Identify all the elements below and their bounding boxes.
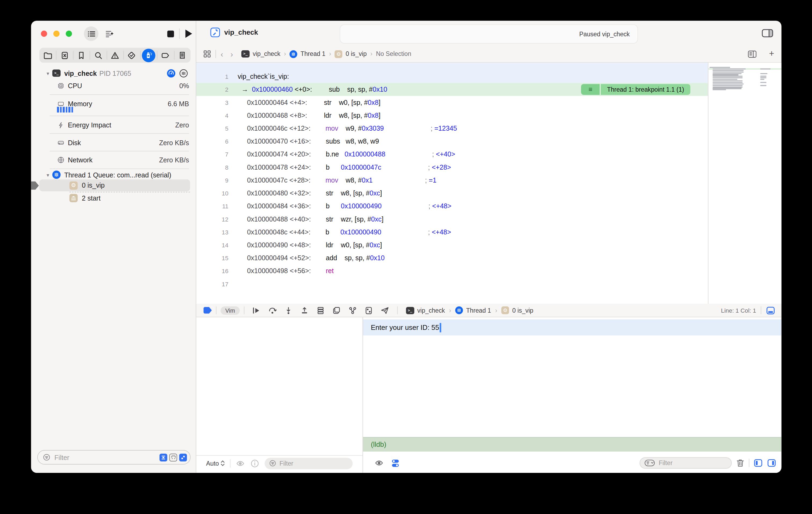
thread-view-mode-icon[interactable] <box>179 69 188 78</box>
tab-vip-check[interactable]: vip_check <box>210 27 258 37</box>
stop-button[interactable] <box>163 26 178 41</box>
variables-footer: Auto Filter <box>196 455 362 471</box>
disk-gauge-row[interactable]: Disk Zero KB/s <box>31 137 196 148</box>
variables-view[interactable]: Auto Filter <box>196 317 363 473</box>
zoom-window-button[interactable] <box>66 31 72 37</box>
code-line[interactable]: 16 0x100000498 <+56>: ret <box>196 265 708 277</box>
code-line[interactable]: 3 0x100000464 <+4>: str w0, [sp, #0x8] <box>196 96 708 109</box>
minimap[interactable] <box>708 63 781 304</box>
view-mode-button[interactable] <box>169 454 177 461</box>
line-number: 16 <box>196 268 229 274</box>
minimap-options-icon[interactable] <box>748 50 757 58</box>
console-input-line[interactable]: Enter your user ID: 55 <box>363 319 781 335</box>
code-line[interactable]: 7 0x100000474 <+20>: b.ne 0x100000488 ; … <box>196 148 708 161</box>
toggle-variables-view-button[interactable] <box>753 458 763 468</box>
console-io-toggles-icon[interactable] <box>392 459 399 467</box>
bookmarks-navigator-tab[interactable] <box>73 48 90 63</box>
toggle-debug-area-button[interactable] <box>766 306 775 315</box>
code-view[interactable]: 1vip_check`is_vip:2 → 0x100000460 <+0>: … <box>196 63 708 304</box>
breadcrumb-frame[interactable]: 0 is_vip <box>346 50 367 57</box>
step-out-button[interactable] <box>300 306 309 315</box>
console-filter-field[interactable]: Filter <box>640 457 732 468</box>
cpu-gauge-row[interactable]: CPU 0% <box>31 80 196 91</box>
stack-frame-row[interactable]: ⚙ 0 is_vip <box>31 179 196 191</box>
code-line[interactable]: 5 0x10000046c <+12>: mov w9, #0x3039 ; =… <box>196 122 708 135</box>
chevron-down-icon[interactable]: ▾ <box>47 70 50 76</box>
close-window-button[interactable] <box>41 31 47 37</box>
step-into-button[interactable] <box>284 306 293 315</box>
memory-graph-icon[interactable] <box>332 306 342 315</box>
flag-filter-button[interactable] <box>160 454 167 461</box>
continue-button[interactable] <box>252 306 261 315</box>
quicklook-icon[interactable] <box>235 459 245 468</box>
energy-gauge-row[interactable]: Energy Impact Zero <box>31 119 196 131</box>
ai-assistant-button[interactable] <box>102 26 117 41</box>
project-navigator-tab[interactable] <box>39 48 56 63</box>
navigator-filter-bar[interactable]: Filter <box>37 450 191 464</box>
line-number: 14 <box>196 242 229 248</box>
code-line[interactable]: 8 0x100000478 <+24>: b 0x10000047c ; <+2… <box>196 161 708 174</box>
related-items-icon[interactable] <box>204 50 211 57</box>
thread-row[interactable]: ▾ Thread 1 Queue: com...read (serial) <box>31 169 196 180</box>
code-line[interactable]: 12 0x100000488 <+40>: str wzr, [sp, #0xc… <box>196 213 708 225</box>
info-icon[interactable] <box>250 459 259 468</box>
process-row[interactable]: ▾ >_ vip_check PID 17065 <box>31 67 196 79</box>
gauge-indicator-icon[interactable] <box>167 69 176 78</box>
code-line[interactable]: 14 0x100000490 <+48>: ldr w0, [sp, #0xc] <box>196 239 708 251</box>
simulate-location-icon[interactable] <box>380 306 389 315</box>
trash-icon[interactable] <box>736 458 745 468</box>
network-gauge-row[interactable]: Network Zero KB/s <box>31 154 196 165</box>
toggle-console-view-button[interactable] <box>767 458 776 468</box>
code-line[interactable]: 11 0x100000484 <+36>: b 0x100000490 ; <+… <box>196 200 708 213</box>
breakpoint-menu-icon[interactable]: ≡ <box>581 84 600 95</box>
reports-navigator-tab[interactable] <box>174 48 191 63</box>
jump-graph-icon[interactable] <box>348 306 358 315</box>
breakpoints-navigator-tab[interactable] <box>157 48 174 63</box>
quicklook-icon[interactable] <box>374 458 384 468</box>
environment-overrides-icon[interactable] <box>364 306 374 315</box>
code-line[interactable]: 13 0x10000048c <+44>: b 0x100000490 ; <+… <box>196 225 708 239</box>
scope-dropdown[interactable]: Auto <box>206 460 225 467</box>
add-editor-icon[interactable]: + <box>769 49 774 59</box>
vim-mode-badge[interactable]: Vim <box>221 306 240 315</box>
code-line[interactable]: 15 0x100000494 <+52>: add sp, sp, #0x10 <box>196 251 708 264</box>
toggle-inspector-button[interactable] <box>762 28 773 38</box>
breadcrumb-target[interactable]: vip_check <box>253 50 280 57</box>
stack-frame-row[interactable]: 2 start <box>31 192 196 204</box>
energy-bolt-icon <box>57 121 65 129</box>
bookmark-icon <box>77 51 86 60</box>
code-line[interactable]: 2 → 0x100000460 <+0>: sub sp, sp, #0x10≡… <box>196 83 708 96</box>
code-line[interactable]: 9 0x10000047c <+28>: mov w8, #0x1 ; =1 <box>196 174 708 187</box>
crumb-frame[interactable]: 0 is_vip <box>512 307 533 314</box>
group-filter-button[interactable] <box>179 454 187 461</box>
breadcrumb-thread[interactable]: Thread 1 <box>300 50 325 57</box>
code-line[interactable]: 4 0x100000468 <+8>: ldr w8, [sp, #0x8] <box>196 109 708 122</box>
find-navigator-tab[interactable] <box>90 48 107 63</box>
tests-navigator-tab[interactable] <box>123 48 140 63</box>
breakpoints-toggle-icon[interactable] <box>204 307 212 314</box>
variables-filter-field[interactable]: Filter <box>264 458 353 469</box>
code-line[interactable]: 6 0x100000470 <+16>: subs w8, w8, w9 <box>196 135 708 147</box>
crumb-thread[interactable]: Thread 1 <box>466 307 491 314</box>
debug-navigator-tab[interactable] <box>140 48 157 63</box>
forward-chevron-icon[interactable]: › <box>230 50 233 58</box>
navigator-tab-bar <box>39 48 191 63</box>
code-text: vip_check`is_vip: <box>229 73 289 80</box>
chevron-down-icon[interactable]: ▾ <box>47 172 50 178</box>
issues-navigator-tab[interactable] <box>107 48 123 63</box>
code-line[interactable]: 10 0x100000480 <+32>: str w8, [sp, #0xc] <box>196 187 708 199</box>
crumb-process[interactable]: vip_check <box>417 307 445 314</box>
debug-view-hierarchy-icon[interactable] <box>316 306 325 315</box>
toggle-navigator-button[interactable] <box>84 26 98 41</box>
back-chevron-icon[interactable]: ‹ <box>221 50 224 58</box>
minimize-window-button[interactable] <box>53 31 60 37</box>
console-view[interactable]: Enter your user ID: 55 (lldb) Filter <box>363 317 781 473</box>
step-over-button[interactable] <box>268 306 278 315</box>
breakpoint-badge[interactable]: ≡Thread 1: breakpoint 1.1 (1) <box>581 84 690 95</box>
code-line[interactable]: 17 <box>196 277 708 290</box>
run-button[interactable] <box>181 26 196 41</box>
breadcrumb-selection[interactable]: No Selection <box>376 50 411 57</box>
memory-gauge-row[interactable]: Memory 6.6 MB <box>31 98 196 109</box>
code-line[interactable]: 1vip_check`is_vip: <box>196 70 708 83</box>
crash-navigator-tab[interactable] <box>56 48 73 63</box>
